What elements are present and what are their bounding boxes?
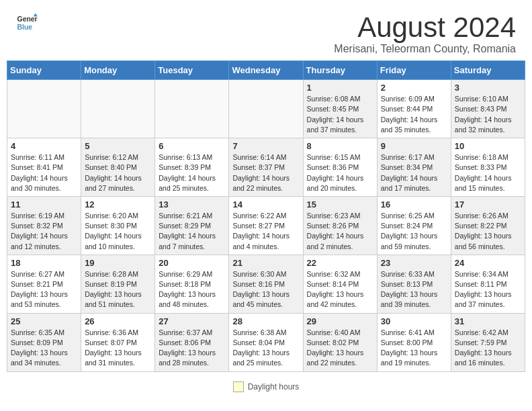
calendar-cell: 2Sunrise: 6:09 AM Sunset: 8:44 PM Daylig… [377,80,451,138]
calendar-week-2: 4Sunrise: 6:11 AM Sunset: 8:41 PM Daylig… [7,138,525,197]
day-number: 4 [11,141,77,151]
day-info: Sunrise: 6:08 AM Sunset: 8:45 PM Dayligh… [307,94,373,135]
logo: General Blue [16,12,38,34]
day-number: 2 [381,83,447,93]
calendar-header-sunday: Sunday [7,61,81,80]
day-info: Sunrise: 6:23 AM Sunset: 8:26 PM Dayligh… [307,211,373,252]
day-info: Sunrise: 6:25 AM Sunset: 8:24 PM Dayligh… [381,211,447,252]
calendar-cell: 26Sunrise: 6:36 AM Sunset: 8:07 PM Dayli… [81,313,155,371]
day-number: 8 [307,141,373,151]
calendar-cell: 14Sunrise: 6:22 AM Sunset: 8:27 PM Dayli… [229,196,303,255]
calendar-week-3: 11Sunrise: 6:19 AM Sunset: 8:32 PM Dayli… [7,196,525,255]
day-number: 26 [85,316,151,326]
calendar-cell [155,80,229,138]
day-info: Sunrise: 6:30 AM Sunset: 8:16 PM Dayligh… [232,269,299,310]
svg-text:General: General [17,15,38,23]
calendar-cell [81,80,155,138]
day-number: 10 [455,141,521,151]
calendar-cell: 8Sunrise: 6:15 AM Sunset: 8:36 PM Daylig… [303,138,377,197]
day-number: 13 [159,199,225,210]
day-number: 17 [455,199,521,210]
day-number: 9 [381,141,447,151]
day-number: 29 [307,316,373,326]
day-info: Sunrise: 6:15 AM Sunset: 8:36 PM Dayligh… [307,152,373,193]
svg-text:Blue: Blue [17,24,33,31]
page-header: General Blue August 2024 Merisani, Teleo… [0,0,532,60]
day-info: Sunrise: 6:35 AM Sunset: 8:09 PM Dayligh… [11,328,77,369]
calendar-cell: 12Sunrise: 6:20 AM Sunset: 8:30 PM Dayli… [81,196,155,255]
day-info: Sunrise: 6:11 AM Sunset: 8:41 PM Dayligh… [11,152,77,193]
calendar-cell: 18Sunrise: 6:27 AM Sunset: 8:21 PM Dayli… [7,255,81,313]
calendar-header-thursday: Thursday [303,61,377,80]
calendar-cell: 15Sunrise: 6:23 AM Sunset: 8:26 PM Dayli… [303,196,377,255]
calendar-cell: 28Sunrise: 6:38 AM Sunset: 8:04 PM Dayli… [229,313,303,371]
calendar-header-saturday: Saturday [451,61,525,80]
day-info: Sunrise: 6:32 AM Sunset: 8:14 PM Dayligh… [307,269,373,310]
calendar-cell: 24Sunrise: 6:34 AM Sunset: 8:11 PM Dayli… [451,255,525,313]
calendar-cell: 21Sunrise: 6:30 AM Sunset: 8:16 PM Dayli… [229,255,303,313]
day-number: 24 [455,258,521,268]
calendar-cell: 16Sunrise: 6:25 AM Sunset: 8:24 PM Dayli… [377,196,451,255]
calendar-cell: 9Sunrise: 6:17 AM Sunset: 8:34 PM Daylig… [377,138,451,197]
daylight-label: Daylight hours [248,382,300,392]
svg-marker-2 [34,13,38,17]
calendar-cell: 17Sunrise: 6:26 AM Sunset: 8:22 PM Dayli… [451,196,525,255]
calendar-cell: 31Sunrise: 6:42 AM Sunset: 7:59 PM Dayli… [451,313,525,371]
day-number: 22 [307,258,373,268]
day-info: Sunrise: 6:20 AM Sunset: 8:30 PM Dayligh… [85,211,151,252]
day-info: Sunrise: 6:27 AM Sunset: 8:21 PM Dayligh… [11,269,77,310]
calendar-cell: 11Sunrise: 6:19 AM Sunset: 8:32 PM Dayli… [7,196,81,255]
day-info: Sunrise: 6:37 AM Sunset: 8:06 PM Dayligh… [159,328,225,369]
day-number: 25 [11,316,77,326]
day-number: 3 [455,83,521,93]
day-info: Sunrise: 6:14 AM Sunset: 8:37 PM Dayligh… [232,152,299,193]
day-info: Sunrise: 6:28 AM Sunset: 8:19 PM Dayligh… [85,269,151,310]
logo-icon: General Blue [16,12,38,34]
calendar-cell: 3Sunrise: 6:10 AM Sunset: 8:43 PM Daylig… [451,80,525,138]
day-number: 1 [307,83,373,93]
day-number: 18 [11,258,77,268]
day-number: 5 [85,141,151,151]
day-number: 14 [232,199,299,210]
day-info: Sunrise: 6:10 AM Sunset: 8:43 PM Dayligh… [455,94,521,135]
calendar-header-wednesday: Wednesday [229,61,303,80]
day-number: 7 [232,141,299,151]
month-title: August 2024 [334,12,516,43]
calendar-body: 1Sunrise: 6:08 AM Sunset: 8:45 PM Daylig… [7,80,525,371]
day-number: 23 [381,258,447,268]
calendar-cell: 6Sunrise: 6:13 AM Sunset: 8:39 PM Daylig… [155,138,229,197]
calendar-week-4: 18Sunrise: 6:27 AM Sunset: 8:21 PM Dayli… [7,255,525,313]
calendar-cell: 1Sunrise: 6:08 AM Sunset: 8:45 PM Daylig… [303,80,377,138]
day-info: Sunrise: 6:09 AM Sunset: 8:44 PM Dayligh… [381,94,447,135]
title-block: August 2024 Merisani, Teleorman County, … [334,12,516,55]
day-info: Sunrise: 6:12 AM Sunset: 8:40 PM Dayligh… [85,152,151,193]
calendar-header-monday: Monday [81,61,155,80]
day-info: Sunrise: 6:19 AM Sunset: 8:32 PM Dayligh… [11,211,77,252]
daylight-legend: Daylight hours [233,381,300,392]
day-info: Sunrise: 6:41 AM Sunset: 8:00 PM Dayligh… [381,328,447,369]
calendar-cell: 27Sunrise: 6:37 AM Sunset: 8:06 PM Dayli… [155,313,229,371]
day-info: Sunrise: 6:33 AM Sunset: 8:13 PM Dayligh… [381,269,447,310]
day-number: 16 [381,199,447,210]
location-title: Merisani, Teleorman County, Romania [334,43,516,55]
calendar-footer: Daylight hours [0,379,532,398]
day-number: 27 [159,316,225,326]
calendar-week-5: 25Sunrise: 6:35 AM Sunset: 8:09 PM Dayli… [7,313,525,371]
day-info: Sunrise: 6:26 AM Sunset: 8:22 PM Dayligh… [455,211,521,252]
calendar-cell: 5Sunrise: 6:12 AM Sunset: 8:40 PM Daylig… [81,138,155,197]
calendar-cell: 20Sunrise: 6:29 AM Sunset: 8:18 PM Dayli… [155,255,229,313]
day-number: 28 [232,316,299,326]
calendar-cell: 22Sunrise: 6:32 AM Sunset: 8:14 PM Dayli… [303,255,377,313]
day-number: 15 [307,199,373,210]
calendar-cell: 19Sunrise: 6:28 AM Sunset: 8:19 PM Dayli… [81,255,155,313]
day-info: Sunrise: 6:34 AM Sunset: 8:11 PM Dayligh… [455,269,521,310]
calendar-week-1: 1Sunrise: 6:08 AM Sunset: 8:45 PM Daylig… [7,80,525,138]
day-info: Sunrise: 6:21 AM Sunset: 8:29 PM Dayligh… [159,211,225,252]
calendar-header-tuesday: Tuesday [155,61,229,80]
daylight-legend-box [233,381,244,392]
day-number: 6 [159,141,225,151]
calendar-header-friday: Friday [377,61,451,80]
day-info: Sunrise: 6:13 AM Sunset: 8:39 PM Dayligh… [159,152,225,193]
day-info: Sunrise: 6:42 AM Sunset: 7:59 PM Dayligh… [455,328,521,369]
calendar-cell: 25Sunrise: 6:35 AM Sunset: 8:09 PM Dayli… [7,313,81,371]
